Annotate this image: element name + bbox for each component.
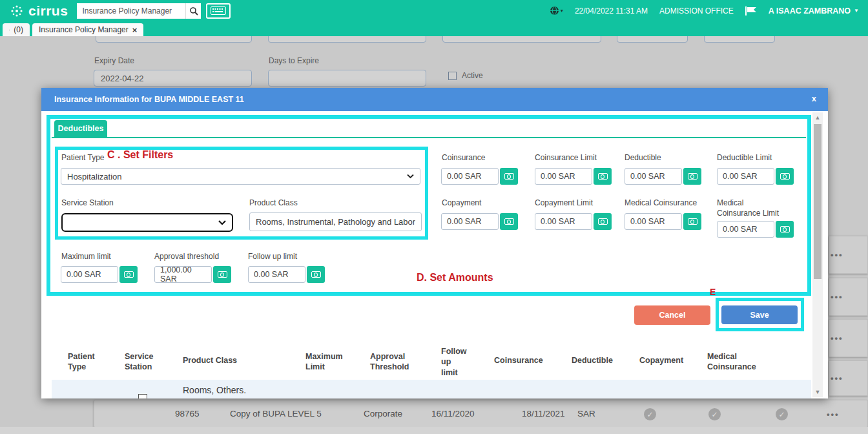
maximum-limit-label: Maximum limit (61, 252, 111, 261)
col-header-service-station[interactable]: Service Station (125, 351, 161, 373)
row-actions-ellipsis-icon[interactable]: ••• (827, 409, 840, 419)
row-actions-ellipsis-icon[interactable]: ••• (831, 292, 843, 302)
currency-button[interactable] (594, 213, 612, 230)
col-header-follow-up-limit[interactable]: Follow up limit (441, 346, 470, 378)
policy-end-date-cell: 18/11/2021 (522, 409, 565, 418)
tab-label: Insurance Policy Manager (39, 25, 129, 34)
col-header-copayment[interactable]: Copayment (639, 355, 683, 366)
col-header-deductible[interactable]: Deductible (572, 355, 613, 366)
background-row-card: ••• (829, 319, 868, 357)
currency-button[interactable] (683, 168, 701, 185)
user-name: A ISAAC ZAMBRANO (769, 6, 851, 16)
row-actions-ellipsis-icon[interactable]: ••• (831, 250, 843, 260)
copayment-limit-input[interactable]: 0.00 SAR (535, 213, 592, 230)
app-logo[interactable]: cirrus (9, 3, 68, 19)
currency-button[interactable] (683, 213, 701, 230)
scrollbar-thumb[interactable] (814, 124, 822, 279)
row-checkbox[interactable] (138, 394, 147, 398)
tab-close-icon[interactable]: × (132, 25, 138, 35)
coinsurance-input[interactable]: 0.00 SAR (441, 168, 499, 185)
follow-up-limit-label: Follow up limit (248, 252, 297, 261)
banknote-icon (598, 218, 608, 225)
tab-insurance-policy-manager[interactable]: Insurance Policy Manager × (32, 23, 143, 36)
col-header-medical-coinsurance[interactable]: Medical Coinsurance (707, 351, 763, 373)
active-checkbox[interactable] (448, 72, 457, 80)
approval-threshold-label: Approval threshold (154, 252, 219, 261)
currency-button[interactable] (776, 221, 794, 238)
currency-button[interactable] (594, 168, 612, 185)
modal-title: Insurance Information for BUPA MIDDLE EA… (54, 95, 244, 104)
follow-up-limit-field: 0.00 SAR (248, 266, 325, 283)
row-product-class-cell: Rooms, Others. (183, 385, 246, 395)
medical-coinsurance-limit-field: 0.00 SAR (717, 221, 794, 238)
currency-button[interactable] (213, 266, 231, 283)
globe-button[interactable]: ▾ (550, 6, 563, 16)
cancel-button[interactable]: Cancel (634, 305, 710, 325)
tab-deductibles-label: Deductibles (58, 124, 104, 133)
col-header-approval-threshold[interactable]: Approval Threshold (370, 351, 417, 373)
tab-home[interactable]: (0) (3, 23, 30, 36)
header-right-group: ▾ 22/04/2022 11:31 AM ADMISSION OFFICE A… (550, 6, 859, 16)
coinsurance-field: 0.00 SAR (441, 168, 518, 185)
search-input[interactable] (77, 3, 185, 19)
col-header-maximum-limit[interactable]: Maximum Limit (305, 351, 351, 373)
copayment-limit-label: Copayment Limit (535, 198, 593, 207)
medical-coinsurance-input[interactable]: 0.00 SAR (625, 213, 682, 230)
modal-scrollbar[interactable]: ▲ ▼ (812, 112, 823, 397)
deductible-input[interactable]: 0.00 SAR (625, 168, 682, 185)
copayment-limit-field: 0.00 SAR (535, 213, 612, 230)
coinsurance-limit-label: Coinsurance Limit (535, 153, 597, 162)
days-to-expire-label: Days to Expire (269, 56, 319, 65)
chevron-down-icon (407, 174, 414, 179)
col-header-patient-type[interactable]: Patient Type (68, 351, 105, 373)
deductible-limit-label: Deductible Limit (717, 153, 772, 162)
tab-deductibles[interactable]: Deductibles (54, 120, 107, 137)
flag-icon[interactable] (745, 6, 757, 16)
policy-table-row[interactable]: 98765 Copy of BUPA LEVEL 5 Corporate 16/… (94, 400, 868, 428)
patient-type-select[interactable]: Hospitalization (61, 168, 420, 185)
medical-coinsurance-limit-input[interactable]: 0.00 SAR (717, 221, 774, 238)
copayment-label: Copayment (442, 198, 481, 207)
modal-close-icon[interactable]: x (812, 94, 816, 103)
copayment-input[interactable]: 0.00 SAR (441, 213, 499, 230)
save-button[interactable]: Save (721, 305, 798, 324)
tab-bar: (0) Insurance Policy Manager × (0, 21, 868, 36)
currency-button[interactable] (500, 168, 518, 185)
maximum-limit-input[interactable]: 0.00 SAR (61, 266, 118, 283)
user-caret-icon: ▼ (854, 8, 859, 14)
service-station-label: Service Station (61, 198, 114, 207)
banknote-icon (311, 271, 321, 278)
chevron-down-icon (218, 220, 226, 225)
banknote-icon (598, 173, 608, 180)
user-menu[interactable]: A ISAAC ZAMBRANO ▼ (769, 6, 859, 16)
currency-button[interactable] (500, 213, 518, 230)
product-class-input[interactable]: Rooms, Instrumental, Pathology and Labor… (249, 212, 422, 231)
follow-up-limit-input[interactable]: 0.00 SAR (248, 266, 305, 283)
header-department[interactable]: ADMISSION OFFICE (659, 6, 734, 16)
currency-button[interactable] (119, 266, 138, 283)
coinsurance-limit-input[interactable]: 0.00 SAR (535, 168, 592, 185)
currency-button[interactable] (307, 266, 325, 283)
check-circle-icon: ✓ (776, 408, 788, 420)
expiry-date-input[interactable]: 2022-04-22 (94, 70, 252, 87)
deductible-limit-input[interactable]: 0.00 SAR (717, 168, 774, 185)
row-actions-ellipsis-icon[interactable]: ••• (831, 373, 843, 383)
deductible-table-row[interactable]: Rooms, Others. (52, 380, 811, 398)
row-actions-ellipsis-icon[interactable]: ••• (831, 333, 843, 343)
banknote-icon (688, 173, 698, 180)
col-header-product-class[interactable]: Product Class (183, 355, 237, 366)
globe-icon (550, 6, 559, 16)
deductible-label: Deductible (625, 153, 661, 162)
days-to-expire-input[interactable] (268, 70, 426, 87)
scroll-up-icon[interactable]: ▲ (812, 112, 823, 121)
policy-name-cell: Copy of BUPA LEVEL 5 (230, 409, 322, 418)
search-button[interactable] (185, 3, 201, 19)
scroll-down-icon[interactable]: ▼ (812, 389, 823, 395)
currency-button[interactable] (776, 168, 794, 185)
service-station-select[interactable] (61, 213, 233, 232)
modal-title-bar: Insurance Information for BUPA MIDDLE EA… (41, 88, 828, 111)
approval-threshold-input[interactable]: 1,000.00 SAR (154, 266, 212, 283)
col-header-coinsurance[interactable]: Coinsurance (494, 355, 543, 366)
cirrus-logo-icon (9, 3, 25, 19)
virtual-keyboard-button[interactable] (206, 3, 231, 19)
